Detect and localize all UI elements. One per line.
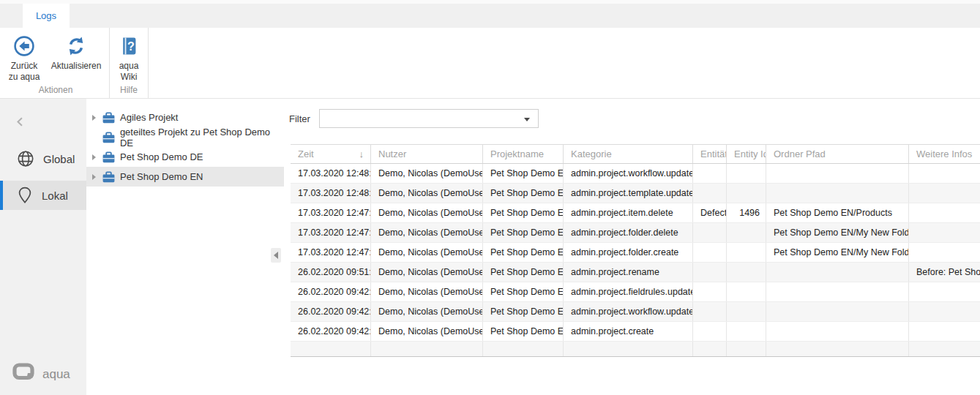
cell-nutzer: Demo, Nicolas (DemoUser) [371,184,483,203]
sidebar-item-lokal[interactable]: Lokal [0,181,86,210]
log-row[interactable]: 26.02.2020 09:42:12Demo, Nicolas (DemoUs… [291,322,980,342]
column-header-projektname[interactable]: Projektname [483,145,564,163]
tree-item-label: Pet Shop Demo DE [120,151,203,162]
column-header-label: Kategorie [571,148,612,159]
ribbon-group-aktionen: Zurück zu aquaAktualisierenAktionen [2,28,110,98]
cell-zeit: 26.02.2020 09:42:13 [291,282,371,301]
aqua-logo-icon [12,363,37,386]
cell-zeit: 26.02.2020 09:42:13 [291,302,371,321]
log-row[interactable]: 17.03.2020 12:47:26Demo, Nicolas (DemoUs… [291,223,980,243]
cell-ordner-pfad [766,164,909,183]
tab-logs[interactable]: Logs [23,4,70,28]
tree-item-agiles-projekt[interactable]: Agiles Projekt [86,108,284,127]
column-header-kategorie[interactable]: Kategorie [564,145,693,163]
log-row[interactable]: 26.02.2020 09:51:41Demo, Nicolas (DemoUs… [291,263,980,282]
cell-projektname: Pet Shop Demo EN [483,302,564,321]
sidebar-item-label: Global [43,153,75,165]
empty-cell [291,342,371,356]
cell-ordner-pfad [766,282,909,301]
column-header-nutzer[interactable]: Nutzer [371,145,483,163]
column-header-entity-id[interactable]: Entity Id [727,145,766,163]
collapse-sidebar-button[interactable] [12,116,27,130]
cell-nutzer: Demo, Nicolas (DemoUser) [371,282,483,301]
cell-kategorie: admin.project.folder.delete [564,223,693,242]
cell-ordner-pfad [766,322,909,341]
refresh-icon [65,34,87,58]
sidebar-item-label: Lokal [42,189,68,202]
collapse-left-icon [274,252,278,259]
empty-cell [371,342,483,356]
cell-entit-t [693,184,727,203]
cell-kategorie: admin.project.fieldrules.update [564,282,693,301]
cell-entity-id [727,164,766,183]
zur-ck-zu-aqua-button[interactable]: Zurück zu aqua [4,33,45,83]
splitter-collapse-handle[interactable] [271,248,281,263]
cell-entity-id: 1496 [727,203,766,222]
cell-ordner-pfad [766,302,909,321]
cell-ordner-pfad: Pet Shop Demo EN/Products [766,203,909,222]
sidebar-item-global[interactable]: Global [0,144,86,173]
cell-weitere-infos [909,243,980,262]
log-row[interactable]: 17.03.2020 12:47:15Demo, Nicolas (DemoUs… [291,243,980,263]
cell-entity-id [727,223,766,242]
cell-projektname: Pet Shop Demo EN [483,282,564,301]
filter-row: Filter [289,109,539,128]
cell-kategorie: admin.project.folder.create [564,243,693,262]
cell-entit-t [693,223,727,242]
table-body: 17.03.2020 12:48:34Demo, Nicolas (DemoUs… [291,164,980,357]
chevron-down-icon[interactable] [524,118,530,121]
cell-nutzer: Demo, Nicolas (DemoUser) [371,164,483,183]
cell-nutzer: Demo, Nicolas (DemoUser) [371,263,483,282]
tree-item-geteiltes-projekt-zu-pet-shop-demo-de[interactable]: geteiltes Projekt zu Pet Shop Demo DE [86,127,284,147]
cell-entit-t [693,263,727,282]
cell-projektname: Pet Shop Demo EN [483,184,564,203]
button-label: aqua Wiki [114,61,143,83]
cell-entit-t: Defect [693,203,727,222]
expand-icon[interactable] [90,154,97,161]
empty-cell [766,342,909,356]
column-header-entit-t[interactable]: Entität [693,145,727,163]
cell-entity-id [727,322,766,341]
expand-icon[interactable] [90,173,97,181]
cell-zeit: 17.03.2020 12:47:56 [291,203,371,222]
cell-weitere-infos [909,184,980,203]
aqua-logo: aqua [12,363,70,386]
log-row[interactable]: 26.02.2020 09:42:13Demo, Nicolas (DemoUs… [291,282,980,302]
button-label: Zurück zu aqua [7,61,42,83]
briefcase-icon [102,151,115,163]
aqua-wiki-button[interactable]: ?aqua Wiki [111,33,146,83]
column-header-ordner-pfad[interactable]: Ordner Pfad [766,145,909,163]
column-header-label: Entity Id [734,148,766,159]
log-row[interactable]: 17.03.2020 12:48:34Demo, Nicolas (DemoUs… [291,184,980,203]
tree-item-pet-shop-demo-en[interactable]: Pet Shop Demo EN [86,167,284,187]
filter-input[interactable] [323,110,520,127]
column-header-weitere-infos[interactable]: Weitere Infos [909,145,980,163]
filter-combobox[interactable] [319,109,539,128]
ribbon-toolbar: Zurück zu aquaAktualisierenAktionen?aqua… [0,28,980,99]
tree-item-label: geteiltes Projekt zu Pet Shop Demo DE [120,127,284,148]
table-header: Zeit↓NutzerProjektnameKategorieEntitätEn… [291,144,980,164]
tree-item-label: Pet Shop Demo EN [120,171,203,182]
briefcase-icon [102,112,115,124]
cell-projektname: Pet Shop Demo EN [483,223,564,242]
filter-label: Filter [289,113,310,124]
tab-strip: Logs [0,0,980,28]
cell-kategorie: admin.project.template.update [564,184,693,203]
aktualisieren-button[interactable]: Aktualisieren [45,33,108,72]
cell-nutzer: Demo, Nicolas (DemoUser) [371,203,483,222]
expand-icon[interactable] [90,114,97,121]
column-header-label: Ordner Pfad [774,148,826,159]
cell-entit-t [693,243,727,262]
sort-desc-icon: ↓ [359,145,364,163]
column-header-zeit[interactable]: Zeit↓ [291,145,371,163]
cell-projektname: Pet Shop Demo EN [483,322,564,341]
tree-item-pet-shop-demo-de[interactable]: Pet Shop Demo DE [86,147,284,167]
cell-entity-id [727,243,766,262]
empty-cell [693,342,727,356]
log-row[interactable]: 17.03.2020 12:48:34Demo, Nicolas (DemoUs… [291,164,980,184]
cell-kategorie: admin.project.workflow.update [564,164,693,183]
log-panel: Filter Zeit↓NutzerProjektnameKategorieEn… [284,99,980,395]
log-row[interactable]: 17.03.2020 12:47:56Demo, Nicolas (DemoUs… [291,203,980,223]
empty-cell [909,342,980,356]
log-row[interactable]: 26.02.2020 09:42:13Demo, Nicolas (DemoUs… [291,302,980,322]
